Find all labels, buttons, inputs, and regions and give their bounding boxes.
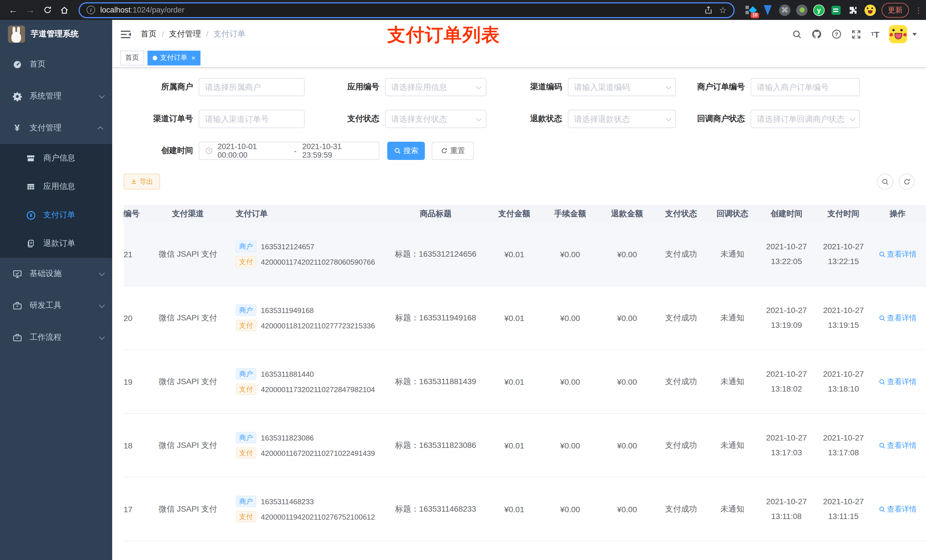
merchant-label: 所属商户 [124,82,199,92]
view-detail-link[interactable]: 查看详情 [878,313,917,323]
orders-table: 编号 支付渠道 支付订单 商品标题 支付金额 手续金额 退款金额 支付状态 回调… [124,205,926,560]
search-icon [878,442,885,449]
extension-chat-icon[interactable] [830,4,842,16]
chevron-down-icon [99,334,105,340]
dashboard-icon [11,59,23,69]
extension-recorder-icon[interactable] [796,4,808,16]
pay-tag: 支付 [236,320,256,331]
chevron-down-icon [666,115,672,121]
merchant-tag: 商户 [236,368,256,380]
sidebar-item-payment[interactable]: ¥ 支付管理 [0,112,112,144]
refund-status-select[interactable] [568,110,676,128]
profile-avatar-icon[interactable] [864,4,876,16]
chevron-down-icon [99,92,105,98]
tags-bar: 首页 支付订单 × [112,48,926,68]
browser-back-button[interactable]: ← [6,3,21,17]
sidebar-item-refund-order[interactable]: 退款订单 [0,229,112,258]
browser-menu-icon[interactable]: ⋮ [915,5,920,15]
extension-command-icon[interactable]: ⌘ [779,4,790,16]
view-detail-link[interactable]: 查看详情 [878,376,917,387]
breadcrumb-home[interactable]: 首页 [141,29,157,39]
merchant-tag: 商户 [236,305,256,316]
search-icon [878,314,885,321]
share-icon[interactable] [704,6,712,14]
merchant-tag: 商户 [236,496,256,507]
sidebar-toggle-button[interactable] [121,29,132,39]
gear-icon [11,91,23,101]
table-row: 19 微信 JSAPI 支付 商户1635311881440 支付4200001… [124,350,926,414]
browser-forward-button[interactable]: → [23,3,38,17]
app-id-select[interactable] [385,78,486,96]
sidebar-item-home[interactable]: 首页 [0,48,112,80]
refresh-icon [440,147,447,154]
extension-y-icon[interactable]: y [813,4,825,16]
sidebar-item-app-info[interactable]: 应用信息 [0,172,112,201]
extension-tasks-icon[interactable]: 10 [745,4,756,16]
create-time-label: 创建时间 [124,146,199,156]
tag-pay-order[interactable]: 支付订单 × [147,50,200,65]
view-detail-link[interactable]: 查看详情 [878,249,917,259]
toolbox-icon [11,301,23,311]
date-range-input[interactable]: 2021-10-01 00:00:00 - 2021-10-31 23:59:5… [199,142,379,160]
app-logo[interactable]: 芋道管理系统 [0,20,112,48]
page: ← → i localhost:1024/pay/order ☆ 10 ⌘ y [0,0,926,560]
fullscreen-icon[interactable] [852,29,861,39]
font-size-icon[interactable]: TT [871,29,879,39]
site-info-icon[interactable]: i [86,6,95,14]
refresh-table-button[interactable] [899,174,915,190]
user-avatar[interactable] [889,25,907,43]
extension-kite-icon[interactable] [762,4,773,16]
table-row: 17 微信 JSAPI 支付 商户1635311468233 支付4200001… [124,477,926,541]
table-header: 编号 支付渠道 支付订单 商品标题 支付金额 手续金额 退款金额 支付状态 回调… [124,205,926,222]
tag-home[interactable]: 首页 [120,50,144,65]
refund-status-label: 退款状态 [486,114,568,124]
page-title: 支付订单列表 [387,23,500,48]
merchant-input[interactable] [199,78,305,96]
refresh-icon [903,178,910,185]
download-icon [130,178,137,185]
channel-order-no-input[interactable] [199,110,305,128]
date-end: 2021-10-31 23:59:59 [303,142,373,159]
browser-home-button[interactable] [57,3,72,17]
browser-update-button[interactable]: 更新 [882,3,909,17]
sidebar-item-system[interactable]: 系统管理 [0,80,112,112]
extension-badge: 10 [750,12,759,18]
store-icon [25,154,36,163]
bookmark-star-icon[interactable]: ☆ [719,5,727,15]
search-button[interactable]: 搜索 [387,142,425,160]
view-detail-link[interactable]: 查看详情 [878,440,917,450]
toggle-search-button[interactable] [877,174,893,190]
tag-close-icon[interactable]: × [191,54,195,61]
notify-status-select[interactable] [750,110,860,128]
pay-status-select[interactable] [385,110,486,128]
payment-submenu: 商户信息 应用信息 ¥ 支付订单 [0,144,112,258]
extensions-area: 10 ⌘ y 更新 ⋮ [741,3,920,17]
channel-code-select[interactable] [568,78,676,96]
sidebar-item-pay-order[interactable]: ¥ 支付订单 [0,201,112,229]
export-button[interactable]: 导出 [124,174,160,190]
svg-text:?: ? [835,31,838,37]
pay-tag: 支付 [236,511,256,522]
help-icon[interactable]: ? [832,29,842,39]
search-icon [394,147,401,154]
view-detail-link[interactable]: 查看详情 [878,504,917,514]
avatar-caret-icon[interactable] [912,33,917,36]
sidebar-item-devtools[interactable]: 研发工具 [0,290,112,322]
sidebar-item-merchant-info[interactable]: 商户信息 [0,144,112,172]
merchant-order-no-input[interactable] [750,78,860,96]
chevron-down-icon [476,83,482,89]
sidebar-item-workflow[interactable]: 工作流程 [0,322,112,353]
chevron-down-icon [99,302,105,308]
table-row: 21 微信 JSAPI 支付 商户1635312124657 支付4200001… [124,222,926,286]
browser-reload-button[interactable] [40,3,54,17]
address-bar[interactable]: i localhost:1024/pay/order ☆ [79,2,735,18]
reset-button[interactable]: 重置 [432,142,474,160]
merchant-tag: 商户 [236,241,256,252]
github-icon[interactable] [812,29,822,39]
pay-tag: 支付 [236,256,256,267]
header-search-icon[interactable] [793,29,802,39]
table-row: 商户1635311354736 [124,541,926,560]
breadcrumb-payment[interactable]: 支付管理 [169,29,201,39]
extensions-puzzle-icon[interactable] [847,4,859,16]
sidebar-item-infra[interactable]: 基础设施 [0,258,112,290]
